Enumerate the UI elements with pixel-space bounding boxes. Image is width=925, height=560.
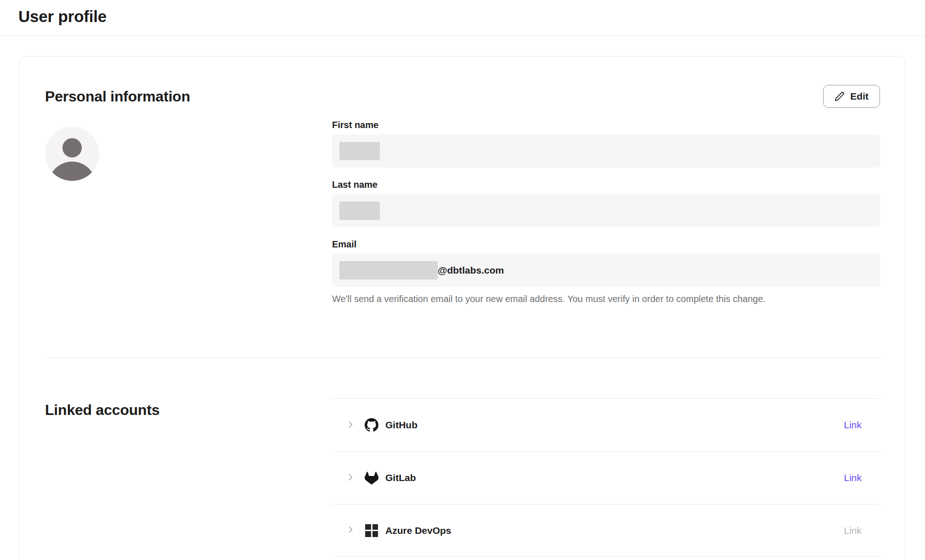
first-name-group: First name <box>332 120 880 168</box>
gitlab-link-action[interactable]: Link <box>844 472 862 483</box>
account-name-gitlab: GitLab <box>385 472 416 483</box>
azure-devops-icon <box>365 524 378 538</box>
last-name-field[interactable] <box>332 194 880 227</box>
email-helper-text: We'll send a verification email to your … <box>332 294 880 304</box>
avatar-column <box>45 120 332 316</box>
linked-accounts-list: GitHub Link GitLab Link <box>332 398 880 557</box>
avatar <box>45 127 99 181</box>
account-row-github: GitHub Link <box>332 398 880 451</box>
redacted-first-name-value <box>339 142 380 160</box>
personal-information-heading: Personal information <box>45 85 190 108</box>
account-name-azure-devops: Azure DevOps <box>385 525 451 536</box>
email-field[interactable]: @dbtlabs.com <box>332 254 880 287</box>
account-row-azure-devops: Azure DevOps Link <box>332 504 880 557</box>
page-header: User profile <box>0 0 925 36</box>
github-expand-button[interactable] <box>346 420 355 431</box>
account-name-github: GitHub <box>385 420 417 431</box>
edit-button[interactable]: Edit <box>823 85 880 108</box>
chevron-right-icon <box>346 525 355 536</box>
avatar-person-icon <box>62 138 82 157</box>
chevron-right-icon <box>346 420 355 431</box>
first-name-field[interactable] <box>332 134 880 168</box>
last-name-group: Last name <box>332 179 880 227</box>
account-row-gitlab: GitLab Link <box>332 451 880 504</box>
gitlab-expand-button[interactable] <box>346 473 355 483</box>
azure-devops-expand-button[interactable] <box>346 525 355 536</box>
redacted-last-name-value <box>339 202 380 220</box>
edit-button-label: Edit <box>850 91 869 102</box>
email-group: Email @dbtlabs.com We'll send a verifica… <box>332 239 880 304</box>
email-domain-text: @dbtlabs.com <box>438 265 504 276</box>
pencil-icon <box>835 91 845 101</box>
linked-accounts-heading: Linked accounts <box>45 398 332 421</box>
gitlab-icon <box>365 471 378 485</box>
personal-information-section: Personal information Edit First n <box>45 85 880 358</box>
github-icon <box>365 418 378 432</box>
personal-fields-column: First name Last name Email @dbtlabs.com <box>332 120 880 316</box>
page-title: User profile <box>18 7 925 26</box>
profile-card: Personal information Edit First n <box>19 56 906 560</box>
github-link-action[interactable]: Link <box>844 420 862 431</box>
linked-accounts-section: Linked accounts GitHub Link <box>45 398 880 557</box>
section-divider <box>45 358 880 358</box>
redacted-email-local-part <box>339 261 438 280</box>
azure-devops-link-action: Link <box>844 525 862 536</box>
chevron-right-icon <box>346 473 355 483</box>
email-label: Email <box>332 239 880 250</box>
last-name-label: Last name <box>332 179 880 190</box>
first-name-label: First name <box>332 120 880 130</box>
